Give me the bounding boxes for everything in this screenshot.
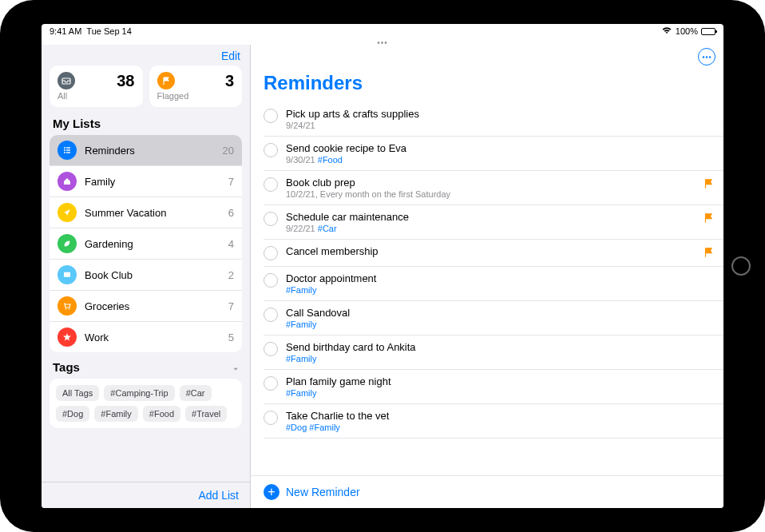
list-name: Summer Vacation [85, 207, 220, 219]
list-count: 5 [228, 332, 234, 343]
list-name: Work [85, 332, 220, 343]
screen: 9:41 AM Tue Sep 14 100% ••• Edit Al [42, 24, 723, 508]
plus-icon: + [264, 484, 279, 500]
reminder-item[interactable]: Call Sandoval #Family [264, 301, 723, 335]
smart-list-all[interactable]: All 38 [50, 66, 143, 107]
flag-icon [703, 178, 714, 192]
multitask-handle[interactable]: ••• [42, 38, 723, 45]
tag-chip[interactable]: #Camping-Trip [104, 385, 174, 401]
svg-rect-2 [66, 147, 70, 148]
status-bar: 9:41 AM Tue Sep 14 100% [42, 24, 723, 38]
reminder-subtitle: 10/2/21, Every month on the first Saturd… [286, 189, 695, 199]
reminder-checkbox[interactable] [264, 376, 278, 391]
book-icon [57, 265, 77, 284]
list-count: 7 [228, 300, 234, 312]
new-reminder-button[interactable]: + New Reminder [251, 475, 723, 508]
smart-list-count: 3 [225, 72, 234, 101]
sidebar-list-family[interactable]: Family 7 [50, 166, 242, 197]
sidebar-list-book-club[interactable]: Book Club 2 [50, 260, 242, 291]
reminder-title: Book club prep [286, 177, 695, 189]
svg-point-9 [703, 56, 704, 58]
list-icon [57, 141, 77, 160]
plane-icon [57, 203, 77, 222]
reminder-title: Call Sandoval [286, 307, 714, 319]
status-date: Tue Sep 14 [86, 26, 131, 36]
list-name: Book Club [85, 269, 220, 281]
page-title: Reminders [251, 66, 723, 102]
list-count: 2 [228, 269, 234, 281]
reminder-subtitle: #Family [286, 285, 714, 295]
wifi-icon [661, 26, 672, 36]
list-count: 4 [228, 238, 234, 250]
status-time: 9:41 AM [50, 26, 81, 36]
leaf-icon [57, 234, 77, 253]
reminder-item[interactable]: Send birthday card to Ankita #Family [264, 335, 723, 370]
sidebar-list-reminders[interactable]: Reminders 20 [50, 135, 242, 166]
reminder-subtitle: #Dog #Family [286, 423, 714, 432]
cart-icon [57, 296, 77, 316]
flag-icon [703, 247, 714, 260]
reminder-item[interactable]: Cancel membership [264, 240, 723, 267]
reminder-item[interactable]: Book club prep 10/2/21, Every month on t… [264, 171, 723, 205]
reminder-subtitle: #Family [286, 354, 714, 363]
reminder-checkbox[interactable] [264, 342, 278, 356]
ipad-frame: 9:41 AM Tue Sep 14 100% ••• Edit Al [0, 0, 765, 532]
svg-point-3 [64, 149, 65, 151]
battery-pct: 100% [676, 26, 698, 36]
reminder-title: Cancel membership [286, 245, 695, 257]
svg-point-8 [69, 308, 70, 310]
edit-button[interactable]: Edit [221, 50, 240, 62]
list-name: Reminders [85, 145, 215, 157]
reminder-title: Doctor appointment [286, 272, 714, 284]
reminder-checkbox[interactable] [264, 143, 278, 157]
reminder-checkbox[interactable] [264, 411, 278, 425]
tag-chip[interactable]: #Travel [185, 406, 227, 422]
smart-list-label: All [57, 91, 75, 101]
svg-point-10 [706, 56, 708, 58]
sidebar-list-gardening[interactable]: Gardening 4 [50, 228, 242, 260]
tags-header[interactable]: Tags ⌄ [42, 352, 250, 379]
sidebar-list-work[interactable]: Work 5 [50, 322, 242, 352]
sidebar-list-groceries[interactable]: Groceries 7 [50, 291, 242, 322]
reminder-checkbox[interactable] [264, 177, 278, 192]
tag-chip[interactable]: #Family [94, 406, 138, 422]
sidebar-list-summer-vacation[interactable]: Summer Vacation 6 [50, 197, 242, 228]
flagged-icon [157, 72, 175, 89]
add-list-button[interactable]: Add List [198, 489, 239, 502]
reminder-item[interactable]: Take Charlie to the vet #Dog #Family [264, 404, 723, 439]
reminder-checkbox[interactable] [264, 273, 278, 288]
tag-chip[interactable]: #Food [143, 406, 180, 422]
sidebar: Edit All 38 Flagged 3 My Lists Reminders… [42, 45, 251, 508]
reminder-checkbox[interactable] [264, 212, 278, 226]
my-lists-header: My Lists [42, 115, 250, 135]
tag-chip[interactable]: All Tags [56, 385, 99, 401]
smart-list-label: Flagged [157, 91, 189, 101]
reminder-checkbox[interactable] [264, 109, 278, 123]
reminder-item[interactable]: Schedule car maintenance 9/22/21 #Car [264, 205, 723, 240]
reminder-checkbox[interactable] [264, 308, 278, 322]
svg-point-5 [64, 152, 65, 153]
list-name: Family [85, 176, 220, 188]
home-button[interactable] [731, 256, 751, 276]
reminder-item[interactable]: Plan family game night #Family [264, 370, 723, 404]
smart-list-count: 38 [117, 72, 134, 101]
reminder-item[interactable]: Send cookie recipe to Eva 9/30/21 #Food [264, 137, 723, 171]
smart-list-flagged[interactable]: Flagged 3 [149, 66, 243, 107]
reminder-subtitle: #Family [286, 320, 714, 329]
tag-chip[interactable]: #Car [180, 385, 212, 401]
list-count: 7 [228, 176, 234, 188]
reminder-subtitle: 9/24/21 [286, 121, 714, 130]
flag-icon [703, 212, 714, 226]
list-name: Gardening [85, 238, 220, 250]
tag-chip[interactable]: #Dog [56, 406, 89, 422]
new-reminder-label: New Reminder [286, 486, 360, 498]
reminder-item[interactable]: Pick up arts & crafts supplies 9/24/21 [264, 102, 723, 137]
reminder-subtitle: #Family [286, 388, 714, 398]
reminder-item[interactable]: Doctor appointment #Family [264, 267, 723, 301]
reminder-title: Send birthday card to Ankita [286, 341, 714, 353]
list-name: Groceries [85, 300, 220, 312]
more-button[interactable] [698, 48, 715, 66]
all-icon [57, 72, 75, 89]
battery-icon [701, 28, 715, 35]
reminder-checkbox[interactable] [264, 246, 278, 260]
